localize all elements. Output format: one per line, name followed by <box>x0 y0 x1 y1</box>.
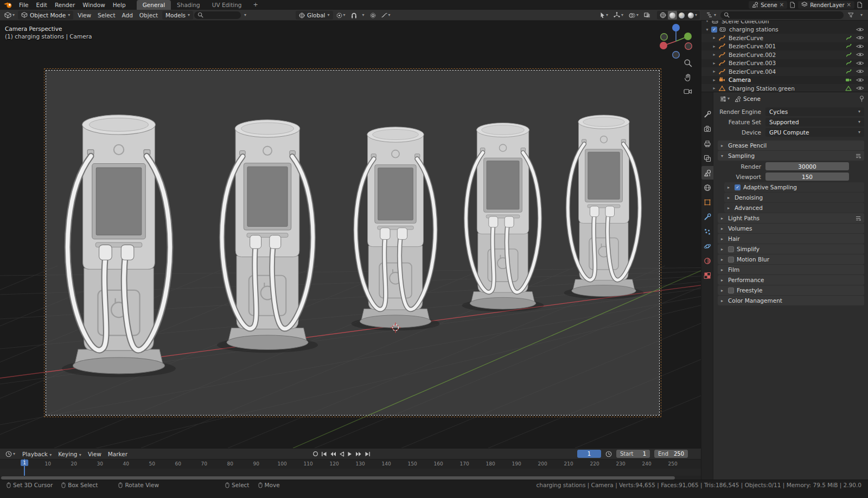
panel-grease-pencil[interactable]: ▸Grease Pencil <box>718 141 864 150</box>
editor-type-button[interactable]: ▾ <box>2 11 17 20</box>
outliner-row-beziercurve-002[interactable]: ▸BezierCurve.002 <box>701 50 868 59</box>
add-workspace-button[interactable]: + <box>248 0 263 10</box>
play-reverse-button[interactable] <box>339 451 344 457</box>
properties-tab-texture[interactable] <box>701 269 713 282</box>
panel-performance[interactable]: ▸Performance <box>718 275 864 285</box>
workspace-tab-shading[interactable]: Shading <box>171 0 206 10</box>
asset-library-dropdown[interactable]: Models▾ <box>162 11 193 20</box>
snap-toggle[interactable] <box>349 11 359 20</box>
outliner-row-charging-station-green[interactable]: ▸Charging Station.green <box>701 84 868 92</box>
panel-sampling[interactable]: ▾Sampling <box>718 151 864 161</box>
panel-film[interactable]: ▸Film <box>718 265 864 274</box>
panel-arrow-icon[interactable]: ▸ <box>721 143 725 148</box>
shading-material-button[interactable] <box>677 11 686 20</box>
zoom-tool-icon[interactable] <box>684 59 692 67</box>
topbar-menu-file[interactable]: File <box>15 0 33 10</box>
outliner-search-input[interactable] <box>720 11 844 19</box>
hide-toggle-eye-icon[interactable] <box>856 44 864 49</box>
charging-station-1[interactable] <box>62 115 176 378</box>
simplify-checkbox[interactable] <box>728 246 734 252</box>
panel-arrow-icon[interactable]: ▸ <box>727 195 732 200</box>
preset-menu-icon[interactable] <box>856 154 861 158</box>
hide-toggle-eye-icon[interactable] <box>856 78 864 82</box>
viewport-menu-select[interactable]: Select <box>94 10 118 21</box>
outliner-row-beziercurve-004[interactable]: ▸BezierCurve.004 <box>701 67 868 76</box>
panel-motion-blur[interactable]: ▸Motion Blur <box>718 254 864 264</box>
hide-toggle-eye-icon[interactable] <box>856 27 864 32</box>
snap-settings-dropdown[interactable]: ▾ <box>360 11 367 20</box>
frame-start-field[interactable]: Start1 <box>616 450 650 458</box>
preset-menu-icon[interactable] <box>856 216 861 221</box>
expand-icon[interactable]: ▾ <box>705 21 710 23</box>
panel-arrow-icon[interactable]: ▸ <box>721 226 725 231</box>
viewport-menu-add[interactable]: Add <box>119 10 136 21</box>
workspace-tab-uv-editing[interactable]: UV Editing <box>206 0 248 10</box>
view-layer-selector[interactable]: RenderLayer × <box>798 1 854 9</box>
previous-keyframe-button[interactable] <box>330 451 336 457</box>
properties-tab-scene[interactable] <box>701 166 713 180</box>
xray-toggle[interactable] <box>642 11 653 20</box>
panel-arrow-icon[interactable]: ▸ <box>721 267 725 272</box>
adaptive-sampling-checkbox[interactable]: ✓ <box>735 184 741 190</box>
selectability-dropdown[interactable]: ▾ <box>598 11 610 20</box>
panel-freestyle[interactable]: ▸Freestyle <box>718 285 864 295</box>
3d-viewport[interactable]: Camera Perspective (1) charging stations… <box>0 21 701 448</box>
freestyle-checkbox[interactable] <box>728 288 734 293</box>
topbar-menu-window[interactable]: Window <box>79 0 108 10</box>
panel-color-management[interactable]: ▸Color Management <box>718 296 864 305</box>
frame-end-field[interactable]: End250 <box>654 450 688 458</box>
panel-arrow-icon[interactable]: ▸ <box>721 288 725 293</box>
expand-icon[interactable]: ▾ <box>705 27 710 32</box>
topbar-menu-help[interactable]: Help <box>109 0 130 10</box>
motion-blur-checkbox[interactable] <box>728 257 734 263</box>
expand-icon[interactable]: ▸ <box>712 61 717 66</box>
charging-station-3[interactable] <box>352 127 440 330</box>
properties-tab-world[interactable] <box>701 181 713 194</box>
properties-tab-particles[interactable] <box>701 225 713 238</box>
expand-icon[interactable]: ▸ <box>712 69 717 74</box>
outliner-row-scene-collection[interactable]: ▾Scene Collection <box>701 21 868 25</box>
outliner[interactable]: ▾Scene Collection▾✓charging stations▸Bez… <box>701 21 868 92</box>
pin-icon[interactable] <box>859 95 864 102</box>
search-options-button[interactable]: ▾ <box>242 11 248 20</box>
expand-icon[interactable]: ▸ <box>712 44 717 49</box>
panel-arrow-icon[interactable]: ▸ <box>727 206 732 210</box>
outliner-row-beziercurve[interactable]: ▸BezierCurve <box>701 34 868 42</box>
hide-toggle-eye-icon[interactable] <box>856 69 864 74</box>
collection-checkbox[interactable]: ✓ <box>711 27 717 33</box>
next-keyframe-button[interactable] <box>355 451 362 457</box>
properties-tab-object[interactable] <box>701 195 713 209</box>
timeline-editor[interactable]: ▾ Playback ▾Keying ▾ViewMarker 1 Start1 … <box>0 448 701 480</box>
properties-tab-material[interactable] <box>701 254 713 267</box>
panel-adaptive-sampling[interactable]: ▸✓Adaptive Sampling <box>724 182 864 192</box>
outliner-row-charging-stations[interactable]: ▾✓charging stations <box>701 25 868 34</box>
overlays-dropdown[interactable]: ▾ <box>627 11 641 20</box>
pivot-point-dropdown[interactable]: ▾ <box>334 11 348 20</box>
editor-type-button[interactable]: ▾ <box>704 11 718 20</box>
playhead[interactable]: 1 <box>21 459 28 466</box>
outliner-row-beziercurve-001[interactable]: ▸BezierCurve.001 <box>701 42 868 51</box>
panel-simplify[interactable]: ▸Simplify <box>718 244 864 254</box>
jump-to-start-button[interactable] <box>321 451 327 457</box>
blender-logo-icon[interactable] <box>3 2 12 8</box>
panel-arrow-icon[interactable]: ▸ <box>721 237 725 241</box>
render-engine-dropdown[interactable]: Cycles▾ <box>765 107 864 116</box>
panel-denoising[interactable]: ▸Denoising <box>724 193 864 202</box>
properties-tab-render[interactable] <box>701 122 713 136</box>
scene-selector[interactable]: Scene × <box>749 1 787 9</box>
outliner-row-beziercurve-003[interactable]: ▸BezierCurve.003 <box>701 59 868 68</box>
unlink-scene-icon[interactable]: × <box>780 2 784 8</box>
topbar-menu-render[interactable]: Render <box>51 0 79 10</box>
charging-station-4[interactable] <box>462 123 544 311</box>
expand-icon[interactable]: ▸ <box>712 78 717 82</box>
timeline-menu-playback[interactable]: Playback ▾ <box>19 449 55 459</box>
3d-scene[interactable] <box>0 21 701 448</box>
render-number-field[interactable]: 30000 <box>765 162 849 170</box>
properties-tab-tool[interactable] <box>701 107 713 121</box>
hide-toggle-eye-icon[interactable] <box>856 86 864 91</box>
timeline-menu-view[interactable]: View <box>85 449 105 459</box>
pan-hand-tool-icon[interactable] <box>684 73 692 82</box>
device-dropdown[interactable]: GPU Compute▾ <box>765 128 864 137</box>
timeline-track[interactable] <box>0 469 701 476</box>
hide-toggle-eye-icon[interactable] <box>856 61 864 66</box>
